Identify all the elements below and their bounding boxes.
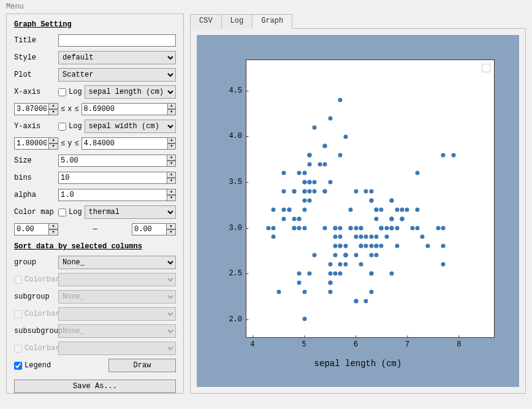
- scatter-point: [308, 271, 312, 275]
- spinner-up-icon[interactable]: ▲: [48, 223, 58, 229]
- scatter-point: [338, 98, 343, 102]
- spinner-down-icon[interactable]: ▼: [166, 229, 176, 235]
- cmap-select[interactable]: thermal: [85, 205, 176, 219]
- y-log-checkbox[interactable]: Log: [58, 122, 82, 131]
- spinner-down-icon[interactable]: ▼: [167, 109, 176, 115]
- scatter-point: [292, 216, 296, 221]
- scatter-point: [302, 317, 306, 321]
- scatter-point: [297, 216, 302, 221]
- subsubgroup-label: subsubgroup: [14, 327, 58, 335]
- scatter-point: [436, 226, 440, 230]
- scatter-point: [328, 262, 332, 267]
- scatter-point: [297, 271, 302, 275]
- colorbar-checkbox-3: Colorbar: [14, 344, 58, 353]
- scatter-point: [395, 226, 399, 230]
- cmap-min-spinner[interactable]: ▲▼: [14, 223, 58, 235]
- tab-graph[interactable]: Graph: [252, 14, 292, 29]
- title-input[interactable]: [58, 34, 176, 47]
- colorbar-checkbox-2: Colorbar: [14, 310, 58, 318]
- scatter-point: [292, 226, 296, 230]
- spinner-up-icon[interactable]: ▲: [48, 137, 58, 143]
- plot-label: Plot: [14, 71, 58, 79]
- yaxis-label: Y-axis: [14, 122, 58, 131]
- scatter-point: [374, 207, 379, 212]
- scatter-point: [416, 226, 420, 230]
- y-tick: 3.5: [229, 178, 246, 186]
- legend-checkbox[interactable]: Legend: [14, 361, 58, 370]
- scatter-point: [374, 235, 379, 239]
- spinner-up-icon[interactable]: ▲: [48, 103, 58, 109]
- scatter-point: [302, 198, 306, 202]
- x-log-checkbox[interactable]: Log: [58, 88, 82, 96]
- subsubgroup-select: None_: [58, 324, 176, 338]
- scatter-point: [313, 253, 317, 258]
- spinner-up-icon[interactable]: ▲: [167, 155, 176, 161]
- x-tick: 6: [354, 338, 358, 349]
- xaxis-label: X-axis: [14, 88, 58, 96]
- spinner-down-icon[interactable]: ▼: [167, 161, 176, 167]
- spinner-up-icon[interactable]: ▲: [167, 172, 176, 178]
- size-spinner[interactable]: ▲▼: [58, 155, 176, 167]
- scatter-point: [364, 244, 368, 248]
- scatter-point: [451, 153, 455, 157]
- draw-button[interactable]: Draw: [108, 359, 176, 372]
- y-min-spinner[interactable]: ▲▼: [14, 137, 58, 150]
- y-field-select[interactable]: sepal width (cm): [85, 120, 176, 133]
- x-field-select[interactable]: sepal length (cm): [85, 85, 176, 99]
- graph-setting-title: Graph Setting: [14, 20, 176, 29]
- scatter-point: [369, 253, 373, 258]
- spinner-down-icon[interactable]: ▼: [167, 143, 176, 150]
- scatter-point: [384, 226, 389, 230]
- style-select[interactable]: default: [58, 51, 176, 64]
- scatter-point: [272, 235, 276, 239]
- scatter-point: [333, 235, 338, 239]
- alpha-label: alpha: [14, 191, 58, 199]
- scatter-point: [343, 134, 348, 139]
- cmap-max-spinner[interactable]: ▲▼: [132, 223, 176, 235]
- scatter-point: [379, 226, 384, 230]
- save-as-button[interactable]: Save As...: [14, 380, 176, 393]
- plot-select[interactable]: Scatter: [58, 68, 176, 82]
- x-min-spinner[interactable]: ▲▼: [14, 103, 58, 115]
- cmap-log-checkbox[interactable]: Log: [58, 208, 82, 216]
- spinner-down-icon[interactable]: ▼: [48, 143, 58, 150]
- scatter-point: [374, 253, 379, 258]
- spinner-down-icon[interactable]: ▼: [167, 178, 176, 184]
- x-tick: 5: [302, 338, 306, 349]
- spinner-up-icon[interactable]: ▲: [167, 103, 176, 109]
- scatter-point: [297, 171, 302, 175]
- menu-item[interactable]: Menu: [6, 2, 24, 11]
- sort-section-title: Sort data by selected columns: [14, 242, 176, 251]
- scatter-point: [416, 207, 420, 212]
- spinner-up-icon[interactable]: ▲: [167, 137, 176, 143]
- alpha-spinner[interactable]: ▲▼: [58, 189, 176, 201]
- scatter-point: [416, 171, 420, 175]
- tab-log[interactable]: Log: [221, 14, 253, 29]
- spinner-up-icon[interactable]: ▲: [167, 189, 176, 195]
- spinner-down-icon[interactable]: ▼: [48, 229, 58, 235]
- x-max-spinner[interactable]: ▲▼: [82, 103, 176, 115]
- y-max-spinner[interactable]: ▲▼: [82, 137, 176, 150]
- scatter-point: [354, 189, 358, 194]
- scatter-point: [441, 262, 446, 267]
- scatter-point: [441, 226, 446, 230]
- spinner-down-icon[interactable]: ▼: [167, 195, 176, 201]
- settings-panel: Graph Setting Title Style default Plot S…: [6, 13, 184, 394]
- scatter-point: [328, 280, 332, 285]
- y-tick: 2.0: [229, 315, 246, 324]
- output-panel: CSV Log Graph sepal width (cm) sepal len…: [190, 13, 526, 394]
- y-tick: 2.5: [229, 269, 246, 278]
- scatter-point: [313, 126, 317, 130]
- x-tick: 8: [457, 338, 461, 349]
- y-tick: 3.0: [229, 224, 246, 232]
- tab-csv[interactable]: CSV: [190, 14, 222, 29]
- bins-spinner[interactable]: ▲▼: [58, 172, 176, 184]
- scatter-point: [328, 180, 332, 185]
- group-select[interactable]: None_: [58, 256, 176, 269]
- spinner-down-icon[interactable]: ▼: [48, 109, 58, 115]
- scatter-point: [400, 207, 404, 212]
- scatter-point: [425, 244, 430, 248]
- spinner-up-icon[interactable]: ▲: [166, 223, 176, 229]
- scatter-point: [359, 226, 363, 230]
- graph-frame: sepal width (cm) sepal length (cm) 2.02.…: [190, 28, 526, 394]
